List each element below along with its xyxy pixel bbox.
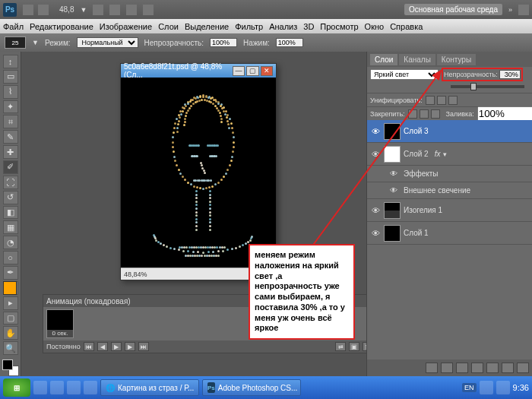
unify-visibility-icon[interactable] <box>437 96 446 105</box>
minimize-button[interactable]: — <box>233 66 245 76</box>
pen-tool[interactable]: ✒ <box>3 266 18 280</box>
unify-position-icon[interactable] <box>426 96 435 105</box>
chevron-down-icon[interactable]: ▾ <box>443 150 447 158</box>
fx-badge[interactable]: fx <box>435 150 441 158</box>
quicklaunch-icon[interactable] <box>84 381 97 394</box>
tray-icon[interactable] <box>480 381 493 394</box>
stamp-tool[interactable]: ⛶ <box>3 176 18 189</box>
zoom-tool[interactable]: 🔍 <box>3 341 18 355</box>
fill-input[interactable] <box>477 106 532 121</box>
marquee-tool[interactable]: ▭ <box>3 70 18 84</box>
layer-name[interactable]: Слой 2 <box>404 150 429 158</box>
delete-layer-button[interactable] <box>517 363 529 373</box>
workspace-switcher[interactable]: Основная рабочая среда <box>404 4 502 15</box>
brush-preset-picker[interactable]: 25 <box>5 36 26 49</box>
start-button[interactable]: ⊞ <box>3 378 30 397</box>
frame-delay[interactable]: 0 сек. <box>47 330 73 337</box>
tab-paths[interactable]: Контуры <box>437 54 476 65</box>
zoom-icon[interactable] <box>109 5 120 15</box>
next-frame-button[interactable]: ▶ <box>125 342 135 351</box>
layer-item[interactable]: 👁 Слой 3 <box>367 120 532 143</box>
layer-effect-item[interactable]: 👁 Внешнее свечение <box>367 182 532 199</box>
animation-frame[interactable]: 0 сек. <box>46 309 74 338</box>
blur-tool[interactable]: ◔ <box>3 236 18 249</box>
eye-icon[interactable]: 👁 <box>370 205 381 216</box>
history-brush-tool[interactable]: ↺ <box>3 191 18 204</box>
eyedropper-tool[interactable]: ✎ <box>3 130 18 144</box>
chevron-double-icon[interactable]: » <box>508 6 512 14</box>
taskbar-app-button[interactable]: Ps Adobe Photoshop CS... <box>202 379 301 396</box>
layer-name[interactable]: Изогелия 1 <box>404 206 442 214</box>
layer-opacity-input[interactable] <box>499 70 521 79</box>
play-button[interactable]: ▶ <box>111 342 122 351</box>
quicklaunch-icon[interactable] <box>33 381 47 394</box>
menu-3d[interactable]: 3D <box>303 22 314 31</box>
mask-button[interactable] <box>456 363 468 373</box>
rotate-icon[interactable] <box>126 5 137 15</box>
cslive-icon[interactable] <box>518 5 529 15</box>
tab-layers[interactable]: Слои <box>370 54 397 65</box>
opacity-slider-thumb[interactable] <box>470 83 477 90</box>
eye-icon[interactable]: 👁 <box>390 169 401 178</box>
tab-channels[interactable]: Каналы <box>399 54 435 65</box>
group-button[interactable] <box>486 363 499 373</box>
blend-mode-select[interactable]: Нормальный <box>77 37 138 48</box>
quicklaunch-icon[interactable] <box>67 381 81 394</box>
eye-icon[interactable]: 👁 <box>370 228 381 239</box>
eye-icon[interactable]: 👁 <box>390 186 401 195</box>
new-frame-button[interactable]: ▣ <box>349 342 359 351</box>
layer-effects-group[interactable]: 👁 Эффекты <box>367 166 532 182</box>
opacity-input[interactable] <box>210 38 237 47</box>
heal-tool[interactable]: ✚ <box>3 145 18 159</box>
menu-window[interactable]: Окно <box>365 22 385 31</box>
menu-file[interactable]: Файл <box>3 22 24 31</box>
clock[interactable]: 9:36 <box>513 383 529 392</box>
eye-icon[interactable]: 👁 <box>370 149 381 160</box>
menu-edit[interactable]: Редактирование <box>30 22 93 31</box>
menu-layers[interactable]: Слои <box>158 22 179 31</box>
tray-icon[interactable] <box>496 381 510 394</box>
hand-tool[interactable]: ✋ <box>3 326 18 340</box>
flow-input[interactable] <box>276 38 303 47</box>
mini-bridge-icon[interactable] <box>38 5 49 15</box>
language-indicator[interactable]: EN <box>462 383 477 392</box>
first-frame-button[interactable]: ⏮ <box>84 342 94 351</box>
loop-mode[interactable]: Постоянно <box>46 343 81 350</box>
lock-px-icon[interactable] <box>408 109 417 119</box>
color-swatches[interactable] <box>2 359 19 376</box>
dodge-tool[interactable]: ○ <box>3 251 18 264</box>
chevron-down-icon[interactable]: ▼ <box>32 39 39 46</box>
quicklaunch-icon[interactable] <box>50 381 64 394</box>
maximize-button[interactable]: ▢ <box>246 66 258 76</box>
layer-item[interactable]: 👁 Изогелия 1 <box>367 199 532 222</box>
brush-tool[interactable]: ✐ <box>3 160 18 174</box>
taskbar-app-button[interactable]: 🌐 Картина из страз / Р... <box>100 379 199 396</box>
menu-analysis[interactable]: Анализ <box>269 22 297 31</box>
layer-item[interactable]: 👁 Слой 2 fx ▾ <box>367 143 532 166</box>
lock-pos-icon[interactable] <box>420 109 429 119</box>
move-tool[interactable]: ↕ <box>3 55 18 68</box>
last-frame-button[interactable]: ⏭ <box>138 342 149 351</box>
lasso-tool[interactable]: ⌇ <box>3 85 18 99</box>
gradient-tool[interactable]: ▦ <box>3 220 18 234</box>
lock-all-icon[interactable] <box>431 109 440 119</box>
chevron-down-icon[interactable]: ▼ <box>80 6 87 14</box>
screen-mode-icon[interactable] <box>143 5 154 15</box>
menu-view[interactable]: Просмотр <box>320 22 358 31</box>
unify-style-icon[interactable] <box>448 96 458 105</box>
menu-select[interactable]: Выделение <box>185 22 229 31</box>
fx-button[interactable] <box>441 363 453 373</box>
eraser-tool[interactable]: ◧ <box>3 206 18 220</box>
prev-frame-button[interactable]: ◀ <box>97 342 108 351</box>
layer-name[interactable]: Слой 3 <box>404 127 429 135</box>
menu-filter[interactable]: Фильтр <box>235 22 263 31</box>
document-canvas[interactable] <box>121 78 276 268</box>
document-titlebar[interactable]: 5c0a6e8d8f21t.psd @ 48,8% (Сл... — ▢ ✕ <box>121 64 276 78</box>
layer-name[interactable]: Слой 1 <box>404 229 429 237</box>
tween-button[interactable]: ⇄ <box>335 342 346 351</box>
wand-tool[interactable]: ✦ <box>3 100 18 114</box>
menu-help[interactable]: Справка <box>390 22 423 31</box>
eye-icon[interactable]: 👁 <box>370 126 381 137</box>
shape-tool[interactable]: ▢ <box>3 312 18 325</box>
layer-item[interactable]: 👁 Слой 1 <box>367 222 532 245</box>
